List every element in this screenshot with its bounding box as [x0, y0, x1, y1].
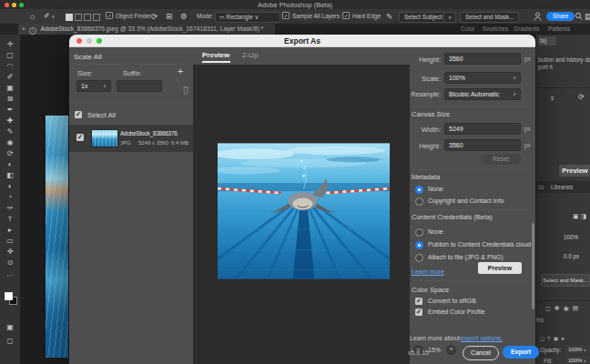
lasso-tool-icon[interactable]: ◠: [0, 61, 20, 72]
zoom-tool-icon[interactable]: ⊙: [0, 258, 20, 268]
resample-dropdown[interactable]: Bicubic Automatic∨: [444, 88, 521, 100]
hard-edge-checkbox[interactable]: ✓Hard Edge: [342, 9, 381, 24]
tab-libraries[interactable]: Libraries: [551, 184, 573, 190]
panel-tab-fragment[interactable]: cs: [538, 184, 544, 190]
overlay-grid-icon[interactable]: ⊞: [166, 9, 172, 24]
history-brush-tool-icon[interactable]: ⟳: [0, 148, 20, 159]
clone-stamp-tool-icon[interactable]: ◉: [0, 137, 20, 148]
quick-mask-icon[interactable]: ▣: [0, 322, 20, 333]
subtract-selection-icon[interactable]: [84, 14, 91, 21]
height-input[interactable]: [444, 53, 521, 65]
metadata-copyright-radio[interactable]: [415, 197, 423, 206]
add-selection-icon[interactable]: [75, 14, 82, 21]
tab-preview[interactable]: Preview: [202, 51, 229, 59]
tab-swatches[interactable]: Swatches: [483, 24, 508, 35]
cc-publish-label[interactable]: Publish to Content Credentials cloud: [428, 241, 531, 248]
mode-dropdown[interactable]: ▭ Rectangle ∨: [215, 12, 280, 23]
window-minimize-button[interactable]: [12, 3, 16, 7]
add-scale-button[interactable]: +: [178, 66, 183, 76]
window-close-button[interactable]: [5, 3, 9, 7]
cc-publish-radio[interactable]: [415, 241, 423, 249]
export-button[interactable]: Export: [503, 346, 539, 359]
canvas-width-input[interactable]: [444, 123, 521, 135]
eraser-tool-icon[interactable]: ◐: [0, 159, 20, 170]
file-checkbox[interactable]: ✓: [76, 134, 84, 141]
type-tool-icon[interactable]: T: [0, 214, 20, 225]
zoom-in-button[interactable]: +: [446, 345, 456, 355]
dialog-minimize-button[interactable]: [86, 38, 92, 44]
lock-icons-row[interactable]: ◻T▣●: [540, 335, 567, 341]
metadata-copyright-label[interactable]: Copyright and Contact Info: [428, 197, 504, 204]
zoom-level[interactable]: 15%: [428, 347, 441, 353]
rectangle-tool-icon[interactable]: ▭: [0, 236, 20, 247]
cc-attach-label[interactable]: Attach to file (JPG & PNG): [428, 254, 503, 260]
crop-tool-icon[interactable]: ▣: [0, 83, 20, 94]
workspace-panels-icon[interactable]: ▤: [585, 9, 590, 24]
dodge-tool-icon[interactable]: ◔: [0, 192, 20, 203]
brush-tool-icon[interactable]: ✎: [0, 126, 20, 137]
tab-gradients[interactable]: Gradients: [514, 24, 539, 35]
convert-srgb-checkbox[interactable]: ✓: [415, 298, 422, 305]
select-and-mask-button[interactable]: Select and Mask...: [460, 12, 519, 23]
screen-mode-icon[interactable]: ◻: [0, 336, 20, 347]
delete-scale-icon[interactable]: [182, 82, 189, 98]
select-subject-button[interactable]: Select Subject: [399, 12, 448, 23]
frame-tool-icon[interactable]: ⊠: [0, 94, 20, 105]
tab-patterns[interactable]: Patterns: [548, 24, 570, 35]
select-subject-chevron[interactable]: ∨: [443, 12, 456, 23]
healing-brush-tool-icon[interactable]: ✚: [0, 116, 20, 126]
sample-all-layers-checkbox[interactable]: ✓Sample All Layers: [282, 9, 340, 24]
document-tab[interactable]: × i AdobeStock_83866376.jpeg @ 33.3% (Ad…: [18, 24, 275, 35]
convert-srgb-label[interactable]: Convert to sRGB: [428, 298, 476, 304]
tab-close-icon[interactable]: ×: [18, 25, 25, 32]
export-file-row[interactable]: ✓ AdobeStock_83866376 JPG 5249 x 3560 6.…: [69, 125, 193, 152]
marquee-tool-icon[interactable]: ▢: [0, 50, 20, 61]
account-person-icon[interactable]: [534, 12, 542, 21]
embed-profile-label[interactable]: Embed Color Profile: [428, 308, 485, 315]
cc-attach-radio[interactable]: [415, 254, 423, 262]
cc-preview-button[interactable]: Preview: [478, 262, 522, 274]
suffix-input[interactable]: [117, 80, 162, 92]
home-icon[interactable]: ⌂: [30, 9, 35, 24]
panel-tab-fragment[interactable]: ta): [538, 36, 556, 46]
object-selection-tool-icon[interactable]: ✐: [0, 72, 20, 83]
settings-gear-icon[interactable]: ⚙: [180, 9, 188, 24]
move-tool-icon[interactable]: ✛: [0, 39, 20, 50]
refresh-icon[interactable]: ⟳: [578, 93, 585, 101]
learn-more-link[interactable]: Learn more: [412, 268, 444, 275]
blend-mode-icon[interactable]: ▣ ◨: [573, 213, 586, 220]
cc-none-radio[interactable]: [415, 228, 423, 237]
properties-preview-button[interactable]: Preview: [559, 165, 590, 177]
size-dropdown[interactable]: 1x∨: [76, 80, 111, 92]
dialog-close-button[interactable]: [76, 38, 82, 44]
select-all-checkbox[interactable]: ✓: [75, 111, 82, 118]
embed-profile-checkbox[interactable]: ✓: [415, 308, 422, 316]
gradient-tool-icon[interactable]: ◧: [0, 170, 20, 181]
tab-color[interactable]: Color: [461, 24, 475, 35]
opacity-dropdown[interactable]: 100% ∨: [565, 345, 590, 354]
more-tools-icon[interactable]: …: [0, 268, 20, 279]
reset-button[interactable]: Reset: [481, 154, 521, 165]
preview-canvas[interactable]: − 15% +: [193, 65, 410, 364]
tool-preset-button[interactable]: ✐ ∨: [44, 9, 55, 24]
intersect-selection-icon[interactable]: [93, 14, 100, 21]
right-panel-scrollbar[interactable]: [532, 223, 534, 309]
pen-tool-icon[interactable]: ✑: [0, 203, 20, 214]
cc-none-label[interactable]: None: [428, 228, 443, 235]
panel-px-value[interactable]: 0.0 px: [564, 253, 579, 259]
search-icon[interactable]: [575, 12, 583, 21]
foreground-color-swatch[interactable]: [5, 292, 13, 300]
new-selection-icon[interactable]: [66, 14, 73, 21]
eyedropper-tool-icon[interactable]: ✒: [0, 105, 20, 116]
dialog-zoom-button[interactable]: [97, 38, 102, 44]
refresh-icon[interactable]: ⟳: [151, 9, 158, 24]
select-and-mask-panel-button[interactable]: Select and Mask...: [541, 274, 590, 287]
export-options-link[interactable]: export options.: [461, 335, 503, 341]
metadata-none-radio[interactable]: [415, 186, 423, 194]
layers-filter-icons[interactable]: ◻✽◉▤: [545, 305, 582, 312]
canvas-height-input[interactable]: [444, 139, 521, 151]
hand-tool-icon[interactable]: ✜: [0, 247, 20, 258]
scale-dropdown[interactable]: 100%∨: [444, 72, 521, 84]
tab-two-up[interactable]: 2-Up: [242, 51, 258, 59]
share-button[interactable]: Share: [546, 12, 575, 21]
